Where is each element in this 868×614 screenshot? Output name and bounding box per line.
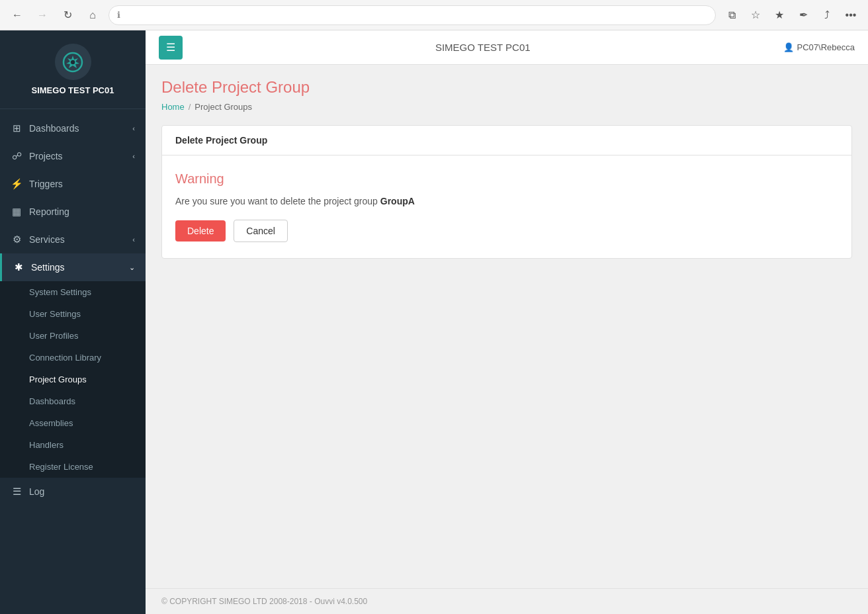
register-license-label: Register License [29,462,93,472]
submenu-item-handlers[interactable]: Handlers [0,434,146,456]
user-settings-label: User Settings [29,309,81,319]
log-icon: ☰ [11,486,22,498]
sidebar: SIMEGO TEST PC01 ⊞ Dashboards ‹ ☍ Projec… [0,30,146,614]
sidebar-item-services-label: Services [29,234,65,245]
submenu-item-register-license[interactable]: Register License [0,456,146,478]
bookmark-button[interactable]: ☆ [746,6,765,24]
sidebar-item-triggers[interactable]: ⚡ Triggers [0,170,146,198]
sidebar-item-reporting-label: Reporting [29,206,69,217]
sidebar-item-projects-label: Projects [29,151,63,161]
delete-card: Delete Project Group Warning Are you sur… [161,125,852,259]
services-arrow: ‹ [132,236,135,243]
services-icon: ⚙ [11,234,22,245]
logo-svg [61,50,85,74]
home-button[interactable]: ⌂ [83,6,102,24]
breadcrumb: Home / Project Groups [161,102,852,112]
sidebar-item-log-label: Log [29,486,44,497]
projects-icon: ☍ [11,150,22,162]
sidebar-item-dashboards[interactable]: ⊞ Dashboards ‹ [0,114,146,142]
sidebar-logo: SIMEGO TEST PC01 [0,30,146,109]
assemblies-label: Assemblies [29,418,73,428]
triggers-icon: ⚡ [11,178,22,190]
settings-arrow: ⌄ [129,263,135,272]
user-icon: 👤 [783,42,794,52]
sidebar-item-dashboards-label: Dashboards [29,123,79,134]
cancel-button[interactable]: Cancel [234,220,288,242]
browser-actions: ⧉ ☆ ★ ✒ ⤴ ••• [722,6,860,24]
breadcrumb-separator: / [189,102,191,112]
forward-button[interactable]: → [33,6,52,24]
page-title: Delete Project Group [161,78,852,97]
settings-icon: ✱ [13,261,24,273]
project-groups-label: Project Groups [29,374,87,384]
dashboards-icon: ⊞ [11,122,22,134]
card-header: Delete Project Group [162,126,851,155]
system-settings-label: System Settings [29,287,91,297]
sidebar-item-settings[interactable]: ✱ Settings ⌄ [0,253,146,281]
projects-arrow: ‹ [132,152,135,160]
handlers-label: Handlers [29,440,64,450]
warning-title: Warning [175,171,838,187]
submenu-item-connection-library[interactable]: Connection Library [0,347,146,369]
sidebar-item-log[interactable]: ☰ Log [0,478,146,505]
reporting-icon: ▦ [11,206,22,218]
sidebar-nav: ⊞ Dashboards ‹ ☍ Projects ‹ ⚡ Triggers ▦… [0,109,146,614]
action-buttons: Delete Cancel [175,220,838,242]
topbar-title: SIMEGO TEST PC01 [435,42,531,53]
back-button[interactable]: ← [8,6,26,24]
warning-prefix: Are you sure you want to delete the proj… [175,196,378,206]
breadcrumb-home[interactable]: Home [161,102,185,112]
submenu-item-project-groups[interactable]: Project Groups [0,369,146,390]
card-body: Warning Are you sure you want to delete … [162,155,851,258]
warning-text: Are you sure you want to delete the proj… [175,196,838,206]
browser-chrome: ← → ↻ ⌂ ℹ ⧉ ☆ ★ ✒ ⤴ ••• [0,0,868,30]
share-button[interactable]: ⤴ [818,6,836,24]
settings-submenu: System Settings User Settings User Profi… [0,281,146,478]
reading-list-button[interactable]: ★ [770,6,789,24]
breadcrumb-section: Project Groups [195,102,252,112]
tab-view-button[interactable]: ⧉ [722,6,741,24]
sidebar-item-services[interactable]: ⚙ Services ‹ [0,226,146,253]
app-logo-icon [55,44,91,80]
connection-library-label: Connection Library [29,353,101,363]
info-icon: ℹ [117,10,120,20]
main-content: ☰ SIMEGO TEST PC01 👤 PC07\Rebecca Delete… [146,30,868,614]
more-button[interactable]: ••• [842,6,860,24]
sidebar-app-name: SIMEGO TEST PC01 [32,85,114,95]
warning-group-name: GroupA [380,196,415,206]
sidebar-item-triggers-label: Triggers [29,179,63,189]
copyright-text: © COPYRIGHT SIMEGO LTD 2008-2018 - Ouvvi… [161,597,367,606]
sidebar-toggle-button[interactable]: ☰ [159,36,183,60]
submenu-item-assemblies[interactable]: Assemblies [0,412,146,434]
user-profiles-label: User Profiles [29,331,78,341]
delete-button[interactable]: Delete [175,220,226,241]
app-layout: SIMEGO TEST PC01 ⊞ Dashboards ‹ ☍ Projec… [0,30,868,614]
submenu-item-user-profiles[interactable]: User Profiles [0,325,146,347]
dashboards-arrow: ‹ [132,124,135,132]
sidebar-item-settings-label: Settings [31,262,65,273]
topbar-user: 👤 PC07\Rebecca [783,42,855,52]
top-bar: ☰ SIMEGO TEST PC01 👤 PC07\Rebecca [146,30,868,65]
toggle-icon: ☰ [166,41,175,54]
submenu-item-system-settings[interactable]: System Settings [0,281,146,303]
topbar-username: PC07\Rebecca [797,42,855,52]
footer: © COPYRIGHT SIMEGO LTD 2008-2018 - Ouvvi… [146,588,868,614]
ink-button[interactable]: ✒ [794,6,812,24]
submenu-item-user-settings[interactable]: User Settings [0,303,146,325]
address-bar[interactable]: ℹ [108,5,716,25]
page-content: Delete Project Group Home / Project Grou… [146,65,868,588]
submenu-item-dashboards[interactable]: Dashboards [0,390,146,412]
svg-point-1 [70,60,75,65]
dashboards-sub-label: Dashboards [29,396,75,406]
sidebar-item-reporting[interactable]: ▦ Reporting [0,198,146,226]
reload-button[interactable]: ↻ [58,6,77,24]
sidebar-item-projects[interactable]: ☍ Projects ‹ [0,142,146,170]
